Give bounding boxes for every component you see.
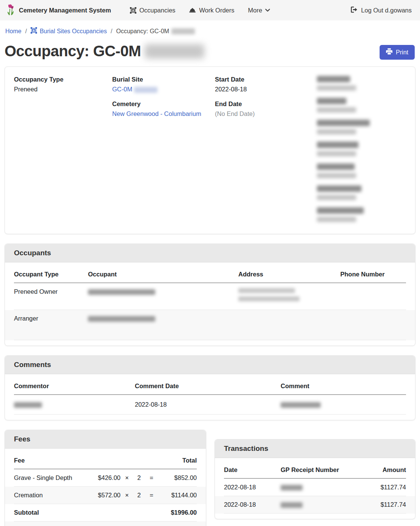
comments-table-header: Commentor Comment Date Comment: [14, 377, 406, 395]
breadcrumb: Home / Burial Sites Occupancies / Occupa…: [0, 20, 420, 40]
cemetery-value: New Greenwood - Columbarium: [112, 110, 215, 117]
occupancy-type-field: Occupancy Type Preneed: [14, 76, 112, 93]
burial-site-field: Burial Site GC-0M: [112, 76, 215, 93]
comments-table: Commentor Comment Date Comment 2022-08-1…: [5, 374, 415, 420]
transactions-card: Transactions Date GP Receipt Number Amou…: [215, 439, 415, 519]
amount-cell: $1127.74: [362, 501, 406, 508]
start-date-field: Start Date 2022-08-18: [215, 76, 317, 93]
occupancy-details: Occupancy Type Preneed Burial Site GC-0M…: [5, 67, 415, 234]
redacted-field: [317, 76, 406, 91]
details-col-2: Burial Site GC-0M Cemetery New Greenwood…: [112, 76, 215, 125]
start-date-label: Start Date: [215, 76, 317, 83]
nav-more-label: More: [248, 7, 262, 14]
col-phone-number: Phone Number: [340, 271, 406, 278]
occupants-header: Occupants: [5, 244, 415, 262]
nav-more[interactable]: More: [243, 4, 276, 17]
transaction-date-cell: 2022-08-18: [224, 484, 281, 491]
amount-cell: $1127.74: [362, 484, 406, 491]
breadcrumb-home-link[interactable]: Home: [5, 28, 22, 35]
redacted-field: [317, 164, 406, 178]
comment-date-cell: 2022-08-18: [135, 401, 281, 408]
details-col-1: Occupancy Type Preneed: [14, 76, 112, 100]
fee-name-cell: Cremation: [14, 492, 89, 499]
details-col-redacted: [317, 76, 406, 229]
redacted-field: [317, 142, 406, 156]
nav-work-orders-label: Work Orders: [199, 7, 234, 14]
hard-hat-icon: [189, 7, 196, 14]
breadcrumb-burial-sites-link[interactable]: Burial Sites Occupancies: [31, 27, 107, 35]
redacted-field: [317, 98, 406, 113]
fee-equals-cell: =: [145, 492, 158, 499]
subtotal-value: $1996.00: [136, 509, 197, 516]
burial-site-link[interactable]: GC-0M: [112, 86, 132, 93]
fee-times-cell: ×: [120, 474, 133, 481]
occupant-name-cell: [88, 288, 238, 295]
redacted-title-id: [145, 44, 204, 59]
fee-equals-cell: =: [145, 474, 158, 481]
fee-unit-cell: $572.00: [89, 492, 120, 499]
comments-header: Comments: [5, 356, 415, 374]
commentor-cell: [14, 401, 135, 408]
comments-card: Comments Commentor Comment Date Comment …: [5, 355, 415, 420]
top-navbar: Cemetery Management System Occupancies W…: [0, 0, 420, 20]
details-col-3: Start Date 2022-08-18 End Date (No End D…: [215, 76, 317, 125]
start-date-value: 2022-08-18: [215, 86, 317, 93]
fee-unit-cell: $426.00: [89, 474, 120, 481]
print-button[interactable]: Print: [380, 45, 415, 60]
transactions-table: Date GP Receipt Number Amount 2022-08-18…: [215, 458, 415, 519]
occupants-table-header: Occupant Type Occupant Address Phone Num…: [14, 265, 406, 283]
breadcrumb-burial-sites-label: Burial Sites Occupancies: [40, 28, 107, 35]
cemetery-label: Cemetery: [112, 100, 215, 108]
bottom-row: Fees Fee Total Grave - Single Depth $426…: [5, 430, 415, 526]
table-row: Cremation $572.00 × 2 = $1144.00: [14, 487, 197, 504]
end-date-value: (No End Date): [215, 110, 317, 117]
fee-total-cell: $852.00: [158, 474, 197, 481]
fee-name-cell: Grave - Single Depth: [14, 474, 89, 481]
table-row: 2022-08-18 $1127.74: [224, 479, 406, 496]
occupancy-type-value: Preneed: [14, 86, 112, 93]
table-row: Grave - Single Depth $426.00 × 2 = $852.…: [14, 469, 197, 487]
fee-times-cell: ×: [120, 492, 133, 499]
col-fee: Fee: [14, 457, 157, 464]
logout-button[interactable]: Log Out d.gowans: [349, 3, 414, 17]
redacted-field: [317, 207, 406, 222]
fees-header: Fees: [5, 430, 206, 449]
brand[interactable]: Cemetery Management System: [6, 3, 111, 17]
occupancies-icon: [130, 7, 136, 14]
occupants-table: Occupant Type Occupant Address Phone Num…: [5, 262, 415, 346]
occupant-type-cell: Arranger: [14, 315, 88, 322]
gp-receipt-cell: [281, 501, 362, 508]
end-date-label: End Date: [215, 100, 317, 108]
burial-site-label: Burial Site: [112, 76, 215, 83]
transactions-header: Transactions: [215, 440, 415, 458]
occupants-card: Occupants Occupant Type Occupant Address…: [5, 244, 415, 346]
occupancy-details-card: Occupancy Type Preneed Burial Site GC-0M…: [5, 66, 415, 234]
fee-qty-cell: 2: [133, 492, 145, 499]
subtotal-label: Subtotal: [14, 509, 136, 516]
col-occupant-type: Occupant Type: [14, 271, 88, 278]
nav-work-orders[interactable]: Work Orders: [184, 4, 239, 17]
nav-occupancies[interactable]: Occupancies: [125, 4, 181, 17]
occupant-name-cell: [88, 315, 238, 322]
app-title: Cemetery Management System: [19, 7, 111, 14]
cemetery-link[interactable]: New Greenwood - Columbarium: [112, 110, 201, 117]
tax-row: Tax $259.48: [14, 521, 197, 526]
chevron-down-icon: [265, 9, 270, 12]
fees-table: Fee Total Grave - Single Depth $426.00 ×…: [5, 449, 206, 526]
fee-qty-cell: 2: [133, 474, 145, 481]
transactions-table-header: Date GP Receipt Number Amount: [224, 461, 406, 479]
breadcrumb-separator: /: [111, 28, 112, 35]
col-date: Date: [224, 466, 281, 474]
cemetery-field: Cemetery New Greenwood - Columbarium: [112, 100, 215, 117]
print-label: Print: [396, 49, 408, 56]
fees-card: Fees Fee Total Grave - Single Depth $426…: [5, 430, 206, 526]
title-row: Occupancy: GC-0M Print: [0, 40, 420, 66]
nav-occupancies-label: Occupancies: [139, 7, 175, 14]
fees-table-header: Fee Total: [14, 452, 197, 469]
transaction-date-cell: 2022-08-18: [224, 501, 281, 508]
tulip-logo-icon: [6, 3, 15, 17]
table-row: Arranger: [14, 310, 406, 340]
occupancy-type-label: Occupancy Type: [14, 76, 112, 83]
breadcrumb-separator: /: [25, 28, 27, 35]
table-row: 2022-08-18: [14, 395, 406, 415]
